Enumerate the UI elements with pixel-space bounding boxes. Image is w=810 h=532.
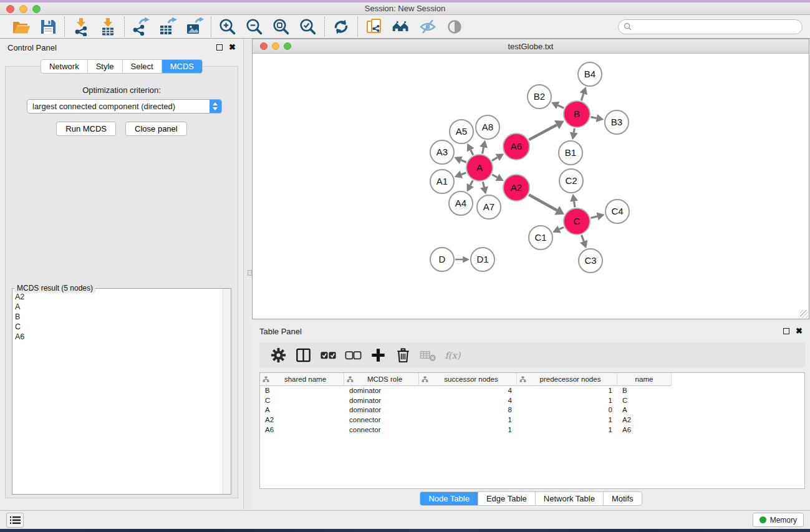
tab-network-table[interactable]: Network Table <box>535 492 603 505</box>
float-panel-icon[interactable] <box>216 44 223 51</box>
graph-node-A3[interactable]: A3 <box>430 140 454 164</box>
table-row[interactable]: A6connector11A6 <box>260 425 804 435</box>
network-zoom-button[interactable] <box>284 42 291 50</box>
edge-A-A3[interactable] <box>461 160 466 163</box>
edge-B-B2[interactable] <box>558 105 564 108</box>
result-item[interactable]: A <box>12 302 223 312</box>
graph-node-B2[interactable]: B2 <box>528 85 551 109</box>
column-header-MCDS-role[interactable]: MCDS role <box>344 373 419 386</box>
graph-node-D1[interactable]: D1 <box>471 248 494 271</box>
tab-select[interactable]: Select <box>122 60 162 73</box>
show-all-icon[interactable] <box>445 17 464 36</box>
zoom-selected-icon[interactable] <box>299 17 317 36</box>
column-header-name[interactable]: name <box>617 373 672 386</box>
graph-node-A8[interactable]: A8 <box>476 115 499 139</box>
tab-network[interactable]: Network <box>41 60 87 73</box>
table-cell[interactable]: B <box>260 386 344 396</box>
table-cell[interactable]: 1 <box>517 396 617 406</box>
search-field[interactable] <box>618 19 803 34</box>
apply-layout-icon[interactable] <box>332 17 350 36</box>
edge-A-A1[interactable] <box>461 173 466 175</box>
graph-node-A6[interactable]: A6 <box>503 133 529 160</box>
table-cell[interactable]: C <box>617 396 672 406</box>
table-cell[interactable]: A6 <box>260 425 344 435</box>
graph-node-B[interactable]: B <box>564 101 590 127</box>
edge-C-C4[interactable] <box>591 216 597 218</box>
edge-B-B3[interactable] <box>591 117 597 118</box>
table-cell[interactable]: 8 <box>419 405 517 415</box>
export-image-icon[interactable] <box>185 17 204 36</box>
table-cell[interactable]: A <box>260 405 344 415</box>
first-neighbors-icon[interactable] <box>392 17 410 36</box>
edge-C-C3[interactable] <box>582 235 584 241</box>
graph-node-C3[interactable]: C3 <box>579 249 602 273</box>
table-cell[interactable]: 4 <box>419 396 517 406</box>
graph-node-A7[interactable]: A7 <box>477 195 501 219</box>
graph-node-A1[interactable]: A1 <box>430 170 454 193</box>
gear-icon[interactable] <box>269 346 287 364</box>
split-columns-icon[interactable] <box>294 346 312 364</box>
memory-button[interactable]: Memory <box>753 513 804 527</box>
edge-A-A7[interactable] <box>483 181 484 187</box>
tab-node-table[interactable]: Node Table <box>420 492 478 505</box>
edge-A-A8[interactable] <box>483 147 484 153</box>
import-table-icon[interactable] <box>99 17 117 36</box>
table-cell[interactable]: B <box>617 386 672 396</box>
edge-A6-B[interactable] <box>529 125 557 140</box>
close-window-button[interactable] <box>6 5 14 13</box>
import-network-icon[interactable] <box>72 17 90 36</box>
graph-node-A[interactable]: A <box>466 155 493 181</box>
network-close-button[interactable] <box>260 42 268 50</box>
edge-C-C2[interactable] <box>574 201 575 208</box>
criterion-select[interactable]: largest connected component (directed) <box>27 99 222 114</box>
zoom-in-icon[interactable] <box>218 17 237 36</box>
table-cell[interactable]: A <box>617 405 672 415</box>
tab-edge-table[interactable]: Edge Table <box>478 492 535 505</box>
result-item[interactable]: C <box>12 322 223 332</box>
table-cell[interactable]: dominator <box>344 396 419 406</box>
splitter-grip[interactable] <box>248 270 252 276</box>
column-header-shared-name[interactable]: shared name <box>260 373 344 386</box>
table-row[interactable]: Bdominator41B <box>260 386 804 396</box>
hide-selected-icon[interactable] <box>418 17 437 36</box>
zoom-out-icon[interactable] <box>245 17 264 36</box>
table-cell[interactable]: 1 <box>419 425 517 435</box>
network-canvas[interactable]: B4B2BB3A8A5A6A3B1AA1C2A2A4A7C4CC1C3DD1 <box>253 54 809 319</box>
close-panel-icon[interactable]: ✖ <box>229 44 236 51</box>
table-cell[interactable]: C <box>260 396 344 406</box>
table-cell[interactable]: 1 <box>419 415 517 425</box>
add-column-icon[interactable] <box>369 346 387 364</box>
result-item[interactable]: B <box>12 312 223 322</box>
table-cell[interactable]: dominator <box>344 386 419 396</box>
graph-node-B4[interactable]: B4 <box>578 62 602 86</box>
table-cell[interactable]: 1 <box>517 425 617 435</box>
table-cell[interactable]: connector <box>344 425 419 435</box>
graph-node-D[interactable]: D <box>430 248 454 271</box>
delete-table-icon[interactable] <box>419 346 437 364</box>
graph-node-C[interactable]: C <box>564 208 590 235</box>
edge-A-A5[interactable] <box>471 150 473 155</box>
table-cell[interactable]: dominator <box>344 405 419 415</box>
table-cell[interactable]: connector <box>344 415 419 425</box>
deselect-all-icon[interactable] <box>344 346 362 364</box>
table-cell[interactable]: 1 <box>517 415 617 425</box>
edge-A-A4[interactable] <box>470 180 473 185</box>
table-cell[interactable]: A2 <box>260 415 344 425</box>
export-table-icon[interactable] <box>158 17 177 36</box>
graph-node-C1[interactable]: C1 <box>529 226 552 249</box>
tab-mcds[interactable]: MCDS <box>162 60 202 73</box>
zoom-window-button[interactable] <box>32 5 41 13</box>
edge-B-B4[interactable] <box>581 94 584 100</box>
tab-style[interactable]: Style <box>87 60 122 73</box>
graph-node-B3[interactable]: B3 <box>605 110 629 134</box>
table-cell[interactable]: A2 <box>617 415 672 425</box>
table-cell[interactable]: 4 <box>419 386 517 396</box>
graph-node-A4[interactable]: A4 <box>449 191 473 215</box>
result-item[interactable]: A6 <box>12 332 223 342</box>
float-table-panel-icon[interactable] <box>783 328 789 334</box>
result-item[interactable]: A2 <box>12 292 223 302</box>
table-cell[interactable]: A6 <box>617 425 672 435</box>
close-table-panel-icon[interactable]: ✖ <box>796 328 803 334</box>
resize-grip-icon[interactable] <box>800 310 808 318</box>
table-cell[interactable]: 1 <box>517 386 617 396</box>
